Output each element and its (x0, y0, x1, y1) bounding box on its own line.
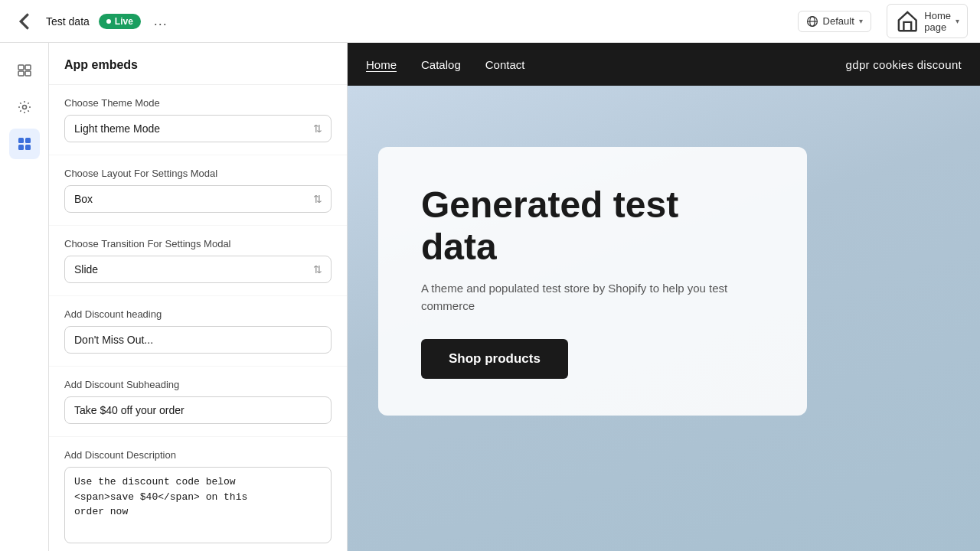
nav-right-text: gdpr cookies discount (846, 58, 962, 71)
transition-section: Choose Transition For Settings Modal Sli… (49, 226, 347, 296)
discount-subheading-label: Add Discount Subheading (64, 379, 332, 390)
svg-rect-6 (25, 71, 31, 76)
nav-contact-link[interactable]: Contact (485, 58, 525, 71)
svg-rect-8 (18, 138, 24, 143)
theme-mode-label: Choose Theme Mode (64, 97, 332, 109)
discount-heading-label: Add Discount heading (64, 308, 332, 320)
svg-rect-9 (25, 138, 31, 143)
discount-subheading-section: Add Discount Subheading (49, 367, 347, 437)
back-button[interactable] (12, 9, 37, 34)
theme-mode-select[interactable]: Light theme Mode Dark theme Mode (64, 115, 332, 142)
discount-description-section: Add Discount Description Use the discoun… (49, 437, 347, 551)
live-badge: Live (99, 14, 141, 29)
preview-card-subtitle: A theme and populated test store by Shop… (421, 280, 764, 315)
discount-subheading-input[interactable] (64, 396, 332, 424)
svg-rect-4 (25, 65, 31, 70)
theme-chevron-icon: ▾ (859, 17, 863, 25)
sidebar-item-apps[interactable] (9, 129, 40, 159)
preview-nav: Home Catalog Contact gdpr cookies discou… (348, 43, 980, 86)
layout-section: Choose Layout For Settings Modal Box Dra… (49, 155, 347, 226)
settings-panel-header: App embeds (49, 43, 347, 85)
more-menu-button[interactable]: ... (150, 11, 172, 32)
svg-rect-10 (18, 145, 24, 150)
topbar: Test data Live ... Default ▾ Home page ▾ (0, 0, 980, 43)
nav-home-link[interactable]: Home (366, 58, 397, 71)
layout-select[interactable]: Box Drawer Popup (64, 185, 332, 213)
settings-panel: App embeds Choose Theme Mode Light theme… (49, 43, 348, 551)
transition-select[interactable]: Slide Fade Zoom (64, 256, 332, 283)
preview-card-title: Generated test data (421, 184, 764, 268)
page-selector[interactable]: Home page ▾ (887, 4, 968, 38)
transition-label: Choose Transition For Settings Modal (64, 238, 332, 249)
theme-mode-section: Choose Theme Mode Light theme Mode Dark … (49, 85, 347, 155)
discount-heading-section: Add Discount heading (49, 296, 347, 367)
layout-select-wrapper: Box Drawer Popup (64, 185, 332, 213)
preview-panel: Home Catalog Contact gdpr cookies discou… (348, 43, 980, 551)
discount-heading-input[interactable] (64, 326, 332, 354)
sidebar-item-layout[interactable] (9, 55, 40, 86)
discount-description-textarea[interactable]: Use the discount code below <span>save $… (64, 467, 332, 543)
svg-rect-5 (18, 71, 24, 76)
theme-mode-select-wrapper: Light theme Mode Dark theme Mode (64, 115, 332, 142)
layout-label: Choose Layout For Settings Modal (64, 168, 332, 179)
nav-catalog-link[interactable]: Catalog (421, 58, 461, 71)
preview-hero: Generated test data A theme and populate… (348, 86, 980, 551)
discount-description-label: Add Discount Description (64, 449, 332, 461)
page-chevron-icon: ▾ (956, 17, 959, 25)
svg-rect-3 (18, 65, 24, 70)
sidebar-item-settings[interactable] (9, 92, 40, 122)
icon-sidebar (0, 43, 49, 551)
preview-card: Generated test data A theme and populate… (378, 147, 807, 416)
shop-products-button[interactable]: Shop products (421, 339, 568, 379)
transition-select-wrapper: Slide Fade Zoom (64, 256, 332, 283)
live-dot (106, 19, 111, 24)
svg-point-7 (22, 106, 26, 109)
topbar-title: Test data (46, 15, 90, 28)
main-layout: App embeds Choose Theme Mode Light theme… (0, 43, 980, 551)
svg-rect-11 (25, 145, 31, 150)
theme-selector[interactable]: Default ▾ (798, 11, 871, 32)
